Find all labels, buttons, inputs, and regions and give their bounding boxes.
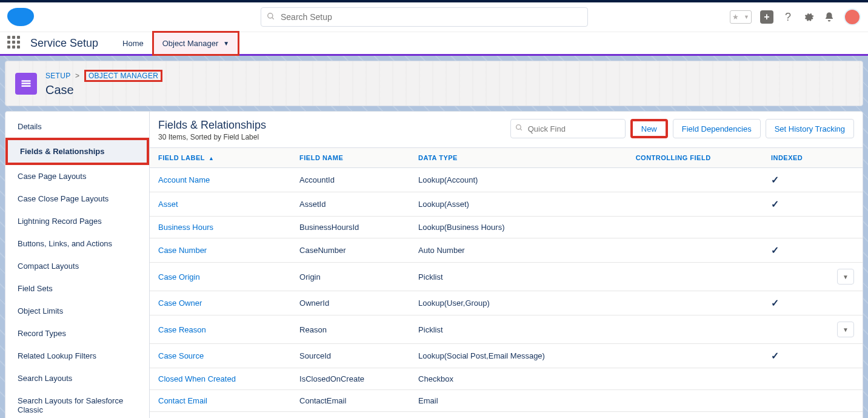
object-icon bbox=[15, 73, 37, 95]
table-row: AssetAssetIdLookup(Asset)✓ bbox=[150, 192, 863, 217]
controlling-field-cell bbox=[631, 291, 766, 315]
global-actions-button[interactable]: + bbox=[760, 10, 773, 24]
search-input[interactable] bbox=[261, 7, 588, 27]
sort-asc-icon: ▲ bbox=[209, 155, 214, 161]
sidebar-item[interactable]: Details bbox=[5, 115, 149, 138]
table-row: Closed When CreatedIsClosedOnCreateCheck… bbox=[150, 368, 863, 390]
data-type-cell: Checkbox bbox=[413, 368, 631, 390]
check-icon: ✓ bbox=[771, 245, 779, 255]
col-field-name[interactable]: FIELD NAME bbox=[295, 148, 413, 168]
field-label-link[interactable]: Account Name bbox=[158, 175, 210, 184]
set-history-tracking-button[interactable]: Set History Tracking bbox=[766, 119, 854, 138]
new-button[interactable]: New bbox=[630, 119, 668, 138]
sidebar-item[interactable]: Related Lookup Filters bbox=[5, 345, 149, 367]
field-name-cell: CaseNumber bbox=[295, 238, 413, 263]
global-search[interactable] bbox=[261, 7, 588, 27]
field-label-link[interactable]: Case Number bbox=[158, 246, 207, 255]
field-name-cell: AssetId bbox=[295, 192, 413, 217]
field-name-cell: AccountId bbox=[295, 168, 413, 192]
sidebar-item[interactable]: Compact Layouts bbox=[5, 255, 149, 277]
controlling-field-cell bbox=[631, 168, 766, 192]
controlling-field-cell bbox=[631, 217, 766, 238]
breadcrumb-object-manager[interactable]: OBJECT MANAGER bbox=[84, 70, 162, 82]
table-row: Case NumberCaseNumberAuto Number✓ bbox=[150, 238, 863, 263]
controlling-field-cell bbox=[631, 315, 766, 344]
plus-icon: + bbox=[764, 12, 769, 22]
indexed-cell bbox=[766, 217, 832, 238]
data-type-cell: Lookup(Social Post,Email Message) bbox=[413, 344, 631, 368]
controlling-field-cell bbox=[631, 192, 766, 217]
data-type-cell: Lookup(Business Hours) bbox=[413, 217, 631, 238]
field-label-link[interactable]: Closed When Created bbox=[158, 374, 236, 383]
sidebar-item[interactable]: Case Page Layouts bbox=[5, 165, 149, 187]
page-header: SETUP > OBJECT MANAGER Case bbox=[5, 61, 863, 106]
field-name-cell: SourceId bbox=[295, 344, 413, 368]
col-field-label[interactable]: FIELD LABEL▲ bbox=[150, 148, 295, 168]
search-icon bbox=[267, 12, 275, 21]
col-indexed[interactable]: INDEXED bbox=[766, 148, 832, 168]
breadcrumb-setup[interactable]: SETUP bbox=[45, 72, 70, 80]
quick-find[interactable] bbox=[510, 119, 626, 138]
context-bar: Service Setup Home Object Manager ▼ bbox=[0, 32, 868, 56]
content-subtitle: 30 Items, Sorted by Field Label bbox=[158, 133, 266, 141]
field-name-cell: IsClosedOnCreate bbox=[295, 368, 413, 390]
field-name-cell: Origin bbox=[295, 263, 413, 291]
data-type-cell: Picklist bbox=[413, 263, 631, 291]
sidebar-item[interactable]: Search Layouts bbox=[5, 367, 149, 389]
field-label-link[interactable]: Business Hours bbox=[158, 223, 213, 232]
indexed-cell: ✓ bbox=[766, 192, 832, 217]
table-row: Account NameAccountIdLookup(Account)✓ bbox=[150, 168, 863, 192]
data-type-cell: Auto Number bbox=[413, 238, 631, 263]
page-title: Case bbox=[45, 83, 162, 97]
fields-table: FIELD LABEL▲ FIELD NAME DATA TYPE CONTRO… bbox=[150, 147, 863, 418]
indexed-cell bbox=[766, 412, 832, 419]
col-data-type[interactable]: DATA TYPE bbox=[413, 148, 631, 168]
notifications-bell-icon[interactable] bbox=[823, 11, 835, 23]
sidebar-item[interactable]: Buttons, Links, and Actions bbox=[5, 232, 149, 255]
indexed-cell bbox=[766, 390, 832, 412]
field-label-link[interactable]: Asset bbox=[158, 200, 178, 209]
nav-object-manager[interactable]: Object Manager ▼ bbox=[152, 31, 239, 56]
sidebar-item[interactable]: Object Limits bbox=[5, 300, 149, 322]
sidebar-item[interactable]: Lightning Record Pages bbox=[5, 210, 149, 232]
field-label-link[interactable]: Case Owner bbox=[158, 298, 202, 308]
table-row: Contact FaxContactFaxPhone bbox=[150, 412, 863, 419]
indexed-cell: ✓ bbox=[766, 168, 832, 192]
help-icon[interactable]: ? bbox=[782, 11, 794, 23]
row-actions-button[interactable]: ▼ bbox=[837, 269, 854, 285]
data-type-cell: Picklist bbox=[413, 315, 631, 344]
setup-gear-icon[interactable] bbox=[803, 11, 815, 23]
nav-home[interactable]: Home bbox=[114, 33, 152, 54]
field-dependencies-button[interactable]: Field Dependencies bbox=[673, 119, 761, 138]
sidebar-item[interactable]: Field Sets bbox=[5, 277, 149, 300]
favorites-button[interactable]: ★ ▼ bbox=[730, 10, 752, 24]
row-actions-button[interactable]: ▼ bbox=[837, 322, 854, 337]
sidebar-item[interactable]: Search Layouts for Salesforce Classic bbox=[5, 389, 149, 418]
search-icon bbox=[515, 124, 523, 132]
field-label-link[interactable]: Contact Email bbox=[158, 396, 207, 405]
global-header: ★ ▼ + ? bbox=[0, 2, 868, 32]
col-controlling-field[interactable]: CONTROLLING FIELD bbox=[631, 148, 766, 168]
field-label-link[interactable]: Case Reason bbox=[158, 325, 206, 334]
user-avatar[interactable] bbox=[844, 8, 861, 25]
data-type-cell: Lookup(Account) bbox=[413, 168, 631, 192]
table-row: Case OriginOriginPicklist▼ bbox=[150, 263, 863, 291]
field-name-cell: OwnerId bbox=[295, 291, 413, 315]
svg-line-1 bbox=[272, 18, 274, 19]
field-label-link[interactable]: Case Source bbox=[158, 351, 204, 360]
salesforce-logo[interactable] bbox=[7, 8, 34, 26]
field-label-link[interactable]: Case Origin bbox=[158, 272, 200, 281]
data-type-cell: Lookup(Asset) bbox=[413, 192, 631, 217]
indexed-cell bbox=[766, 368, 832, 390]
chevron-down-icon: ▼ bbox=[744, 14, 749, 20]
data-type-cell: Phone bbox=[413, 412, 631, 419]
table-row: Case SourceSourceIdLookup(Social Post,Em… bbox=[150, 344, 863, 368]
sidebar-item[interactable]: Case Close Page Layouts bbox=[5, 187, 149, 210]
sidebar: DetailsFields & RelationshipsCase Page L… bbox=[5, 112, 150, 418]
app-launcher-icon[interactable] bbox=[7, 36, 22, 50]
controlling-field-cell bbox=[631, 344, 766, 368]
sidebar-item[interactable]: Fields & Relationships bbox=[5, 138, 149, 165]
sidebar-item[interactable]: Record Types bbox=[5, 322, 149, 345]
quick-find-input[interactable] bbox=[510, 119, 626, 138]
controlling-field-cell bbox=[631, 368, 766, 390]
